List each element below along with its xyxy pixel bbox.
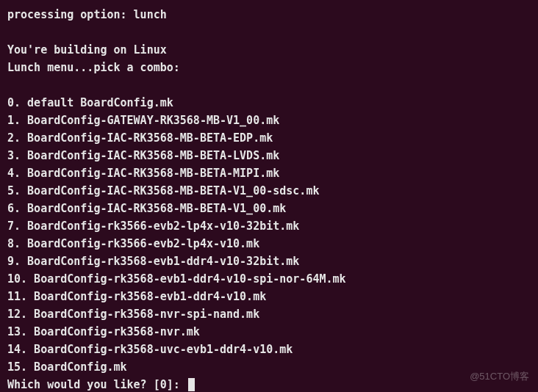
prompt-text: Which would you like? [0]: (7, 376, 187, 392)
lunch-menu: 0. default BoardConfig.mk1. BoardConfig-… (7, 94, 531, 376)
menu-item: 9. BoardConfig-rk3568-evb1-ddr4-v10-32bi… (7, 253, 531, 270)
menu-item: 11. BoardConfig-rk3568-evb1-ddr4-v10.mk (7, 288, 531, 305)
menu-item: 2. BoardConfig-IAC-RK3568-MB-BETA-EDP.mk (7, 129, 531, 147)
menu-item: 0. default BoardConfig.mk (7, 94, 531, 112)
blank-line (7, 76, 531, 94)
cursor-icon (188, 378, 195, 391)
menu-item: 4. BoardConfig-IAC-RK3568-MB-BETA-MIPI.m… (7, 164, 531, 182)
menu-item: 13. BoardConfig-rk3568-nvr.mk (7, 323, 531, 341)
watermark: @51CTO博客 (470, 369, 529, 385)
menu-item: 1. BoardConfig-GATEWAY-RK3568-MB-V1_00.m… (7, 112, 531, 129)
menu-item: 5. BoardConfig-IAC-RK3568-MB-BETA-V1_00-… (7, 182, 531, 200)
menu-item: 12. BoardConfig-rk3568-nvr-spi-nand.mk (7, 305, 531, 323)
menu-item: 8. BoardConfig-rk3566-evb2-lp4x-v10.mk (7, 235, 531, 253)
menu-item: 6. BoardConfig-IAC-RK3568-MB-BETA-V1_00.… (7, 200, 531, 217)
menu-item: 14. BoardConfig-rk3568-uvc-evb1-ddr4-v10… (7, 341, 531, 358)
menu-item: 10. BoardConfig-rk3568-evb1-ddr4-v10-spi… (7, 270, 531, 288)
prompt-line[interactable]: Which would you like? [0]: (7, 376, 531, 392)
blank-line (7, 23, 531, 41)
menu-item: 15. BoardConfig.mk (7, 358, 531, 376)
menu-intro-line: Lunch menu...pick a combo: (7, 59, 531, 76)
menu-item: 3. BoardConfig-IAC-RK3568-MB-BETA-LVDS.m… (7, 147, 531, 164)
processing-line: processing option: lunch (7, 6, 531, 23)
menu-item: 7. BoardConfig-rk3566-evb2-lp4x-v10-32bi… (7, 217, 531, 235)
build-platform-line: You're building on Linux (7, 41, 531, 59)
